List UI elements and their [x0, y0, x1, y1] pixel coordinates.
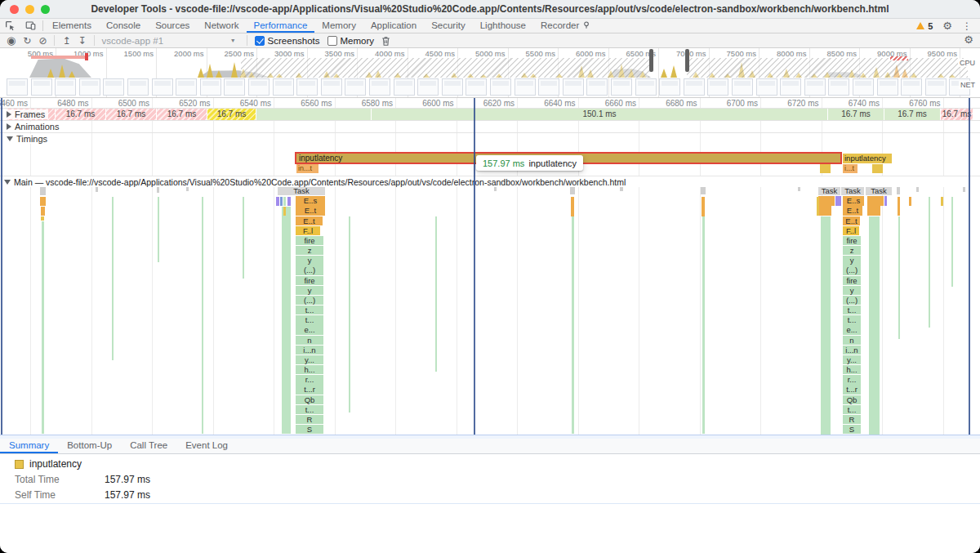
flame-event-sliver[interactable] [929, 197, 930, 328]
flame-event-sliver[interactable] [571, 197, 574, 207]
filmstrip-thumbnail[interactable] [394, 78, 415, 96]
bottom-tab-call-tree[interactable]: Call Tree [121, 439, 176, 453]
flame-event-sliver[interactable] [282, 207, 291, 434]
flame-event-sliver[interactable] [283, 207, 286, 216]
flame-event-sliver[interactable] [916, 186, 919, 192]
save-profile-icon[interactable]: ↧ [78, 36, 87, 46]
flame-function-bar[interactable]: e... [843, 325, 861, 334]
flame-script-bar[interactable] [867, 206, 880, 215]
timing-bar-marker[interactable] [820, 164, 831, 173]
flame-function-bar[interactable]: (...) [843, 296, 861, 305]
timing-bar-i...t[interactable]: i...t [843, 164, 858, 173]
flame-function-bar[interactable]: n [296, 336, 323, 345]
flame-script-bar[interactable]: E..s [296, 196, 325, 205]
timings-track-header[interactable]: Timings [3, 134, 51, 144]
filmstrip-thumbnail[interactable] [586, 78, 608, 96]
flame-event-sliver[interactable] [951, 197, 953, 287]
flame-task-bar[interactable]: Task [866, 186, 892, 195]
flame-function-bar[interactable]: S [843, 425, 861, 434]
timing-bar-in...t[interactable]: in...t [296, 164, 318, 173]
tab-elements[interactable]: Elements [45, 19, 99, 33]
filmstrip-thumbnail[interactable] [611, 78, 632, 96]
target-select[interactable]: vscode-app #1 ▼ [102, 36, 239, 46]
bottom-tab-bottom-up[interactable]: Bottom-Up [58, 439, 121, 453]
filmstrip-thumbnail[interactable] [684, 78, 705, 96]
flame-function-bar[interactable]: t...r [296, 385, 323, 394]
flame-event-sliver[interactable] [941, 197, 943, 206]
more-options-icon[interactable]: ⋮ [962, 21, 972, 31]
filmstrip-thumbnail[interactable] [538, 78, 559, 96]
frames-track-header[interactable]: Frames [3, 109, 48, 119]
flame-event-sliver[interactable] [817, 197, 819, 216]
filmstrip-thumbnail[interactable] [925, 78, 947, 96]
flame-call-column[interactable] [869, 216, 880, 435]
timing-bar-marker[interactable] [872, 164, 883, 173]
close-button[interactable] [10, 5, 19, 14]
tab-console[interactable]: Console [99, 19, 148, 33]
frame-segment[interactable]: 16.7 ms [207, 109, 256, 120]
filmstrip-thumbnail[interactable] [490, 78, 511, 96]
flame-event-sliver[interactable] [839, 196, 841, 205]
clear-button[interactable]: ⊘ [38, 36, 47, 46]
flame-function-bar[interactable]: Qb [296, 395, 323, 404]
flame-function-bar[interactable]: y [843, 286, 861, 295]
filmstrip-thumbnail[interactable] [442, 78, 463, 96]
filmstrip-thumbnail[interactable] [901, 78, 922, 96]
flame-function-bar[interactable]: h... [296, 365, 323, 374]
selection-window-handle[interactable] [685, 49, 689, 72]
flame-event-sliver[interactable] [276, 197, 279, 206]
filmstrip-thumbnail[interactable] [103, 78, 124, 96]
tab-network[interactable]: Network [197, 19, 246, 33]
flame-function-bar[interactable]: r... [843, 375, 861, 384]
flame-chart-area[interactable]: Frames Animations Timings Main — vscode-… [0, 98, 980, 435]
flame-event-sliver[interactable] [157, 186, 159, 193]
animations-track-header[interactable]: Animations [3, 122, 62, 132]
tab-recorder[interactable]: Recorder [533, 19, 598, 33]
flame-event-sliver[interactable] [897, 186, 900, 194]
filmstrip-thumbnail[interactable] [345, 78, 366, 96]
tab-sources[interactable]: Sources [148, 19, 197, 33]
flame-script-bar[interactable]: E..s [843, 196, 864, 205]
filmstrip-thumbnail[interactable] [707, 78, 728, 96]
filmstrip-thumbnail[interactable] [877, 78, 898, 96]
flame-event-sliver[interactable] [884, 196, 887, 205]
filmstrip-thumbnail[interactable] [248, 78, 270, 96]
filmstrip-thumbnail[interactable] [466, 78, 487, 96]
flame-event-sliver[interactable] [963, 186, 965, 192]
flame-function-bar[interactable]: fire [296, 236, 323, 245]
flame-event-sliver[interactable] [702, 216, 705, 434]
flame-event-sliver[interactable] [571, 207, 574, 216]
tab-application[interactable]: Application [363, 19, 424, 33]
device-toolbar-icon[interactable] [20, 19, 41, 33]
flame-function-bar[interactable]: R [843, 415, 861, 424]
inspect-icon[interactable] [0, 19, 20, 33]
flame-function-bar[interactable]: y [843, 256, 861, 265]
flame-function-bar[interactable]: t... [296, 315, 323, 324]
load-profile-icon[interactable]: ↥ [62, 36, 70, 46]
flame-function-bar[interactable]: y... [843, 355, 861, 364]
flame-event-sliver[interactable] [158, 197, 159, 262]
screenshots-checkbox[interactable]: Screenshots [255, 36, 320, 46]
zoom-button[interactable] [41, 5, 50, 14]
flame-event-sliver[interactable] [40, 197, 46, 206]
flame-event-sliver[interactable] [572, 216, 574, 434]
flame-function-bar[interactable]: fire [843, 236, 861, 245]
flame-function-bar[interactable]: (...) [296, 265, 323, 274]
filmstrip-thumbnail[interactable] [853, 78, 874, 96]
timing-bar-inputlatency[interactable]: inputlatency [843, 154, 892, 163]
filmstrip-thumbnail[interactable] [828, 78, 849, 96]
flame-function-bar[interactable]: R [296, 415, 323, 424]
filmstrip-thumbnail[interactable] [7, 78, 28, 96]
flame-event-sliver[interactable] [349, 216, 350, 413]
reload-and-record-button[interactable]: ↻ [23, 36, 31, 46]
flame-function-bar[interactable]: z [843, 246, 861, 255]
flame-function-bar[interactable]: S [296, 425, 323, 434]
flame-function-bar[interactable]: y... [296, 355, 323, 364]
flame-script-bar[interactable] [818, 196, 835, 205]
capture-settings-gear-icon[interactable]: ⚙ [964, 34, 973, 45]
settings-gear-icon[interactable]: ⚙ [942, 20, 952, 31]
flame-event-sliver[interactable] [570, 186, 575, 194]
flame-script-bar[interactable] [867, 196, 884, 205]
flame-function-bar[interactable]: t... [296, 405, 323, 414]
flame-script-bar[interactable]: E..t [843, 216, 860, 225]
